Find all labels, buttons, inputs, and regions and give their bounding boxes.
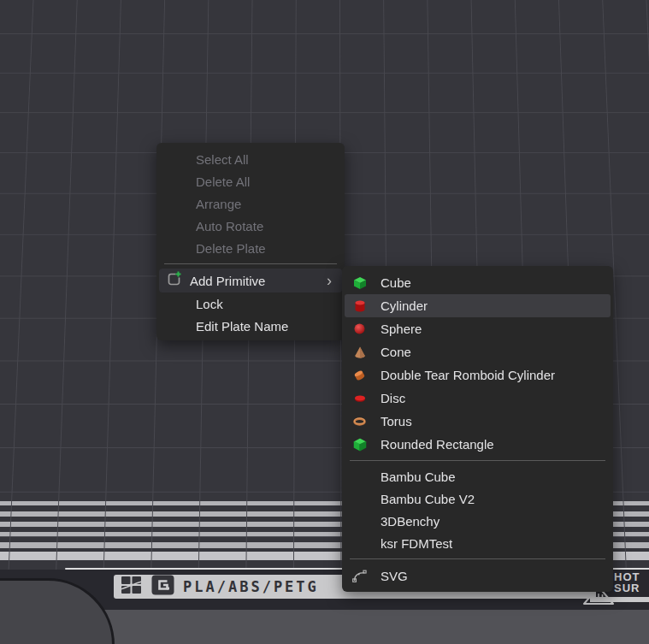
3d-viewport[interactable]: PLA/ABS/PETG HOT SUR Select All Delete A… bbox=[0, 0, 649, 644]
submenu-separator bbox=[350, 460, 605, 461]
submenu-item-label: Double Tear Romboid Cylinder bbox=[381, 368, 555, 382]
add-primitive-submenu: Cube Cylinder Sphere bbox=[342, 266, 613, 592]
bambu-logo-icon bbox=[121, 576, 143, 598]
submenu-item-svg[interactable]: SVG bbox=[342, 564, 613, 588]
menu-item-arrange[interactable]: Arrange bbox=[156, 192, 345, 215]
menu-item-add-primitive[interactable]: Add Primitive › bbox=[159, 269, 342, 292]
disc-icon bbox=[352, 393, 367, 404]
menu-item-label: Add Primitive bbox=[190, 274, 265, 288]
submenu-separator bbox=[350, 558, 605, 559]
add-primitive-icon bbox=[166, 271, 182, 290]
menu-item-select-all[interactable]: Select All bbox=[156, 148, 345, 170]
submenu-item-cone[interactable]: Cone bbox=[342, 340, 613, 363]
cone-icon bbox=[352, 346, 367, 359]
rounded-rectangle-icon bbox=[352, 438, 367, 452]
submenu-item-label: Cube bbox=[381, 275, 411, 290]
submenu-item-label: Rounded Rectangle bbox=[381, 437, 494, 452]
chevron-right-icon: › bbox=[327, 273, 332, 288]
menu-separator bbox=[164, 263, 337, 264]
menu-item-auto-rotate[interactable]: Auto Rotate bbox=[156, 215, 345, 237]
menu-item-edit-plate-name[interactable]: Edit Plate Name bbox=[156, 315, 345, 337]
submenu-item-label: Torus bbox=[381, 414, 412, 428]
sphere-icon bbox=[352, 322, 367, 335]
cube-icon bbox=[352, 276, 367, 290]
submenu-item-label: Cylinder bbox=[381, 298, 428, 313]
submenu-item-label: Disc bbox=[381, 391, 405, 405]
plate-context-menu: Select All Delete All Arrange Auto Rotat… bbox=[156, 143, 345, 340]
submenu-item-cylinder[interactable]: Cylinder bbox=[345, 294, 611, 317]
submenu-item-double-tear-romboid-cylinder[interactable]: Double Tear Romboid Cylinder bbox=[342, 363, 613, 387]
submenu-item-bambu-cube[interactable]: Bambu Cube bbox=[342, 465, 613, 487]
cylinder-icon bbox=[352, 299, 367, 313]
submenu-item-bambu-cube-v2[interactable]: Bambu Cube V2 bbox=[342, 487, 613, 510]
a1-logo-icon bbox=[151, 575, 174, 599]
submenu-item-torus[interactable]: Torus bbox=[342, 410, 613, 433]
hot-surface-warning-text: HOT SUR bbox=[614, 571, 649, 594]
submenu-item-label: Sphere bbox=[381, 322, 422, 336]
bezier-curve-icon bbox=[352, 569, 367, 583]
submenu-item-cube[interactable]: Cube bbox=[342, 271, 613, 294]
menu-item-lock[interactable]: Lock bbox=[156, 292, 345, 315]
submenu-item-label: SVG bbox=[381, 569, 408, 583]
submenu-item-disc[interactable]: Disc bbox=[342, 387, 613, 410]
torus-icon bbox=[352, 417, 367, 427]
double-tear-romboid-cylinder-icon bbox=[352, 369, 367, 381]
menu-item-delete-plate[interactable]: Delete Plate bbox=[156, 237, 345, 259]
submenu-item-sphere[interactable]: Sphere bbox=[342, 317, 613, 340]
submenu-item-ksr-fdmtest[interactable]: ksr FDMTest bbox=[342, 532, 613, 554]
submenu-item-3dbenchy[interactable]: 3DBenchy bbox=[342, 510, 613, 532]
plate-material-text: PLA/ABS/PETG bbox=[183, 578, 319, 595]
submenu-item-rounded-rectangle[interactable]: Rounded Rectangle bbox=[342, 433, 613, 456]
submenu-item-label: Cone bbox=[381, 345, 411, 359]
menu-item-delete-all[interactable]: Delete All bbox=[156, 170, 345, 192]
